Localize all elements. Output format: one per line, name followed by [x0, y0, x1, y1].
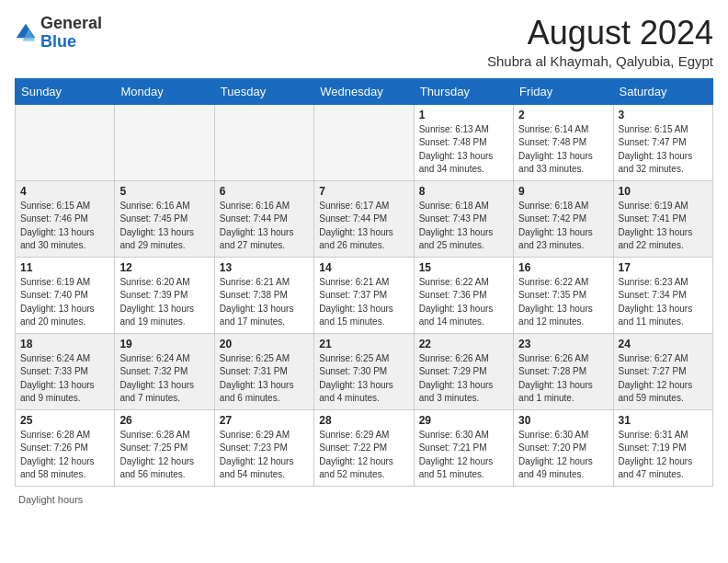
day-number: 31: [619, 414, 708, 427]
day-number: 11: [20, 261, 109, 274]
day-info: Sunrise: 6:27 AM Sunset: 7:27 PM Dayligh…: [619, 352, 708, 406]
day-info: Sunrise: 6:20 AM Sunset: 7:39 PM Dayligh…: [119, 276, 209, 329]
col-thursday: Thursday: [414, 78, 513, 104]
table-row: 11Sunrise: 6:19 AM Sunset: 7:40 PM Dayli…: [16, 257, 115, 333]
day-info: Sunrise: 6:25 AM Sunset: 7:30 PM Dayligh…: [319, 352, 408, 406]
table-row: 7Sunrise: 6:17 AM Sunset: 7:44 PM Daylig…: [314, 180, 414, 257]
day-info: Sunrise: 6:26 AM Sunset: 7:29 PM Dayligh…: [419, 352, 508, 406]
day-info: Sunrise: 6:26 AM Sunset: 7:28 PM Dayligh…: [518, 352, 608, 406]
day-number: 19: [119, 338, 209, 350]
day-number: 21: [319, 338, 408, 350]
logo-blue-text: Blue: [40, 32, 76, 51]
day-info: Sunrise: 6:14 AM Sunset: 7:48 PM Dayligh…: [518, 123, 608, 177]
table-row: 5Sunrise: 6:16 AM Sunset: 7:45 PM Daylig…: [115, 180, 214, 257]
day-info: Sunrise: 6:24 AM Sunset: 7:33 PM Dayligh…: [20, 352, 109, 406]
logo: General Blue: [15, 15, 102, 52]
table-row: 12Sunrise: 6:20 AM Sunset: 7:39 PM Dayli…: [115, 257, 214, 333]
table-row: 19Sunrise: 6:24 AM Sunset: 7:32 PM Dayli…: [115, 333, 214, 409]
table-row: 28Sunrise: 6:29 AM Sunset: 7:22 PM Dayli…: [314, 409, 414, 486]
table-row: 30Sunrise: 6:30 AM Sunset: 7:20 PM Dayli…: [514, 409, 613, 486]
day-info: Sunrise: 6:19 AM Sunset: 7:40 PM Dayligh…: [20, 276, 109, 329]
day-number: 28: [319, 414, 408, 427]
day-info: Sunrise: 6:22 AM Sunset: 7:35 PM Dayligh…: [518, 276, 608, 329]
day-info: Sunrise: 6:25 AM Sunset: 7:31 PM Dayligh…: [220, 352, 309, 406]
logo-icon: [15, 22, 37, 44]
table-row: 6Sunrise: 6:16 AM Sunset: 7:44 PM Daylig…: [214, 180, 313, 257]
day-info: Sunrise: 6:31 AM Sunset: 7:19 PM Dayligh…: [619, 429, 708, 482]
table-row: 10Sunrise: 6:19 AM Sunset: 7:41 PM Dayli…: [613, 180, 712, 257]
day-number: 12: [119, 261, 209, 274]
day-info: Sunrise: 6:28 AM Sunset: 7:25 PM Dayligh…: [119, 429, 209, 482]
day-number: 16: [518, 261, 608, 274]
day-info: Sunrise: 6:30 AM Sunset: 7:21 PM Dayligh…: [419, 429, 508, 482]
day-info: Sunrise: 6:18 AM Sunset: 7:42 PM Dayligh…: [518, 200, 608, 253]
table-row: 2Sunrise: 6:14 AM Sunset: 7:48 PM Daylig…: [514, 104, 613, 180]
month-year-title: August 2024: [487, 15, 713, 52]
day-info: Sunrise: 6:18 AM Sunset: 7:43 PM Dayligh…: [419, 200, 508, 253]
logo-general-text: General: [40, 14, 102, 32]
day-number: 18: [20, 338, 109, 350]
day-info: Sunrise: 6:30 AM Sunset: 7:20 PM Dayligh…: [518, 429, 608, 482]
day-info: Sunrise: 6:16 AM Sunset: 7:44 PM Dayligh…: [220, 200, 309, 253]
table-row: 26Sunrise: 6:28 AM Sunset: 7:25 PM Dayli…: [115, 409, 214, 486]
day-number: 30: [518, 414, 608, 427]
location-subtitle: Shubra al Khaymah, Qalyubia, Egypt: [487, 53, 713, 69]
day-number: 3: [619, 109, 708, 121]
day-number: 24: [619, 338, 708, 350]
day-info: Sunrise: 6:16 AM Sunset: 7:45 PM Dayligh…: [119, 200, 209, 253]
day-info: Sunrise: 6:29 AM Sunset: 7:23 PM Dayligh…: [220, 429, 309, 482]
table-row: 1Sunrise: 6:13 AM Sunset: 7:48 PM Daylig…: [414, 104, 513, 180]
day-number: 8: [419, 185, 508, 198]
day-number: 6: [220, 185, 309, 198]
day-number: 7: [319, 185, 408, 198]
footer: Daylight hours: [15, 494, 713, 505]
day-number: 26: [119, 414, 209, 427]
col-friday: Friday: [514, 78, 613, 104]
day-number: 9: [518, 185, 608, 198]
day-info: Sunrise: 6:23 AM Sunset: 7:34 PM Dayligh…: [619, 276, 708, 329]
day-number: 17: [619, 261, 708, 274]
table-row: [16, 104, 115, 180]
table-row: 18Sunrise: 6:24 AM Sunset: 7:33 PM Dayli…: [16, 333, 115, 409]
day-info: Sunrise: 6:21 AM Sunset: 7:37 PM Dayligh…: [319, 276, 408, 329]
title-block: August 2024 Shubra al Khaymah, Qalyubia,…: [487, 15, 713, 69]
col-saturday: Saturday: [613, 78, 712, 104]
table-row: [314, 104, 414, 180]
day-number: 20: [220, 338, 309, 350]
table-row: 15Sunrise: 6:22 AM Sunset: 7:36 PM Dayli…: [414, 257, 513, 333]
day-info: Sunrise: 6:22 AM Sunset: 7:36 PM Dayligh…: [419, 276, 508, 329]
table-row: 29Sunrise: 6:30 AM Sunset: 7:21 PM Dayli…: [414, 409, 513, 486]
table-row: 13Sunrise: 6:21 AM Sunset: 7:38 PM Dayli…: [214, 257, 313, 333]
day-number: 25: [20, 414, 109, 427]
day-number: 29: [419, 414, 508, 427]
table-row: 20Sunrise: 6:25 AM Sunset: 7:31 PM Dayli…: [214, 333, 313, 409]
day-number: 14: [319, 261, 408, 274]
calendar-table: Sunday Monday Tuesday Wednesday Thursday…: [15, 78, 713, 487]
day-number: 4: [20, 185, 109, 198]
calendar-week-row: 11Sunrise: 6:19 AM Sunset: 7:40 PM Dayli…: [16, 257, 713, 333]
day-info: Sunrise: 6:21 AM Sunset: 7:38 PM Dayligh…: [220, 276, 309, 329]
day-info: Sunrise: 6:15 AM Sunset: 7:47 PM Dayligh…: [619, 123, 708, 177]
day-info: Sunrise: 6:24 AM Sunset: 7:32 PM Dayligh…: [119, 352, 209, 406]
table-row: 16Sunrise: 6:22 AM Sunset: 7:35 PM Dayli…: [514, 257, 613, 333]
table-row: 8Sunrise: 6:18 AM Sunset: 7:43 PM Daylig…: [414, 180, 513, 257]
calendar-week-row: 25Sunrise: 6:28 AM Sunset: 7:26 PM Dayli…: [16, 409, 713, 486]
table-row: 14Sunrise: 6:21 AM Sunset: 7:37 PM Dayli…: [314, 257, 414, 333]
day-number: 2: [518, 109, 608, 121]
page-header: General Blue August 2024 Shubra al Khaym…: [15, 15, 713, 69]
table-row: 27Sunrise: 6:29 AM Sunset: 7:23 PM Dayli…: [214, 409, 313, 486]
day-number: 5: [119, 185, 209, 198]
day-info: Sunrise: 6:15 AM Sunset: 7:46 PM Dayligh…: [20, 200, 109, 253]
table-row: [214, 104, 313, 180]
day-number: 10: [619, 185, 708, 198]
daylight-label: Daylight hours: [18, 494, 83, 505]
col-sunday: Sunday: [16, 78, 115, 104]
table-row: 22Sunrise: 6:26 AM Sunset: 7:29 PM Dayli…: [414, 333, 513, 409]
day-info: Sunrise: 6:13 AM Sunset: 7:48 PM Dayligh…: [419, 123, 508, 177]
day-number: 23: [518, 338, 608, 350]
day-number: 15: [419, 261, 508, 274]
day-number: 13: [220, 261, 309, 274]
day-info: Sunrise: 6:19 AM Sunset: 7:41 PM Dayligh…: [619, 200, 708, 253]
table-row: 9Sunrise: 6:18 AM Sunset: 7:42 PM Daylig…: [514, 180, 613, 257]
calendar-header-row: Sunday Monday Tuesday Wednesday Thursday…: [16, 78, 713, 104]
